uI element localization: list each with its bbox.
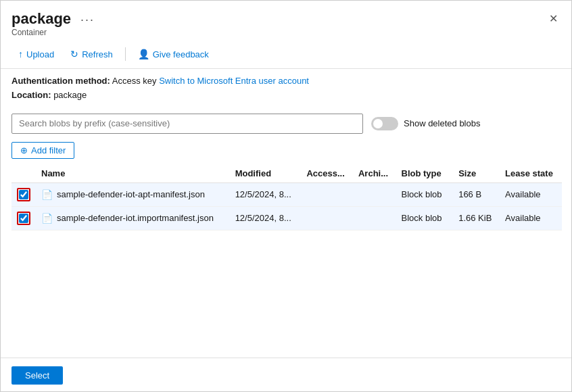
panel: package ··· ✕ Container ↑ Upload ↻ Refre… xyxy=(1,1,572,392)
toolbar: ↑ Upload ↻ Refresh 👤 Give feedback xyxy=(1,40,572,69)
file-name: sample-defender-iot.importmanifest.json xyxy=(57,213,214,223)
table-container: Name Modified Access... Archi... Blob ty… xyxy=(1,164,572,358)
refresh-label: Refresh xyxy=(82,49,113,59)
auth-value: Access key xyxy=(112,76,159,86)
file-icon: 📄 xyxy=(41,189,53,200)
feedback-label: Give feedback xyxy=(153,49,209,59)
table-row: 📄 sample-defender-iot-apt-manifest.json … xyxy=(11,182,562,206)
row-name: 📄 sample-defender-iot.importmanifest.jso… xyxy=(36,206,230,230)
upload-label: Upload xyxy=(26,49,54,59)
row-checkbox[interactable] xyxy=(19,190,28,199)
blobs-table: Name Modified Access... Archi... Blob ty… xyxy=(11,164,562,230)
panel-more-options[interactable]: ··· xyxy=(80,13,95,27)
search-input[interactable] xyxy=(11,114,363,134)
col-header-lease: Lease state xyxy=(500,164,562,183)
table-body: 📄 sample-defender-iot-apt-manifest.json … xyxy=(11,182,562,230)
row-access xyxy=(301,182,353,206)
checkbox-wrapper[interactable] xyxy=(17,188,30,201)
checkbox-wrapper[interactable] xyxy=(17,212,30,225)
refresh-button[interactable]: ↻ Refresh xyxy=(64,45,120,63)
add-filter-label: Add filter xyxy=(31,145,66,155)
col-header-select xyxy=(11,164,36,183)
col-header-size: Size xyxy=(453,164,500,183)
auth-link[interactable]: Switch to Microsoft Entra user account xyxy=(159,76,309,86)
location-line: Location: package xyxy=(11,89,562,103)
row-access xyxy=(301,206,353,230)
add-filter-button[interactable]: ⊕ Add filter xyxy=(11,142,74,159)
upload-icon: ↑ xyxy=(18,49,23,59)
search-row: Show deleted blobs xyxy=(1,108,572,139)
toolbar-divider xyxy=(125,47,126,61)
show-deleted-label: Show deleted blobs xyxy=(404,118,480,128)
col-header-archi: Archi... xyxy=(353,164,396,183)
panel-header: package ··· ✕ Container xyxy=(1,1,572,40)
refresh-icon: ↻ xyxy=(70,49,78,59)
select-button[interactable]: Select xyxy=(11,366,63,385)
upload-button[interactable]: ↑ Upload xyxy=(11,45,61,63)
panel-title: package xyxy=(11,10,71,28)
feedback-icon: 👤 xyxy=(138,49,149,59)
row-checkbox-cell[interactable] xyxy=(11,182,36,206)
auth-line: Authentication method: Access key Switch… xyxy=(11,74,562,89)
feedback-button[interactable]: 👤 Give feedback xyxy=(131,45,216,63)
row-name: 📄 sample-defender-iot-apt-manifest.json xyxy=(36,182,230,206)
col-header-access: Access... xyxy=(301,164,353,183)
add-filter-icon: ⊕ xyxy=(20,145,28,155)
row-blob-type: Block blob xyxy=(396,182,454,206)
footer: Select xyxy=(1,358,572,392)
location-label: Location: xyxy=(11,90,51,100)
row-size: 166 B xyxy=(453,182,500,206)
auth-label: Authentication method: xyxy=(11,76,110,86)
show-deleted-toggle[interactable] xyxy=(371,117,398,130)
panel-title-row: package ··· ✕ xyxy=(11,10,562,28)
row-archi xyxy=(353,182,396,206)
location-value: package xyxy=(53,90,87,100)
info-section: Authentication method: Access key Switch… xyxy=(1,69,572,108)
row-checkbox-cell[interactable] xyxy=(11,206,36,230)
panel-subtitle: Container xyxy=(11,28,562,37)
row-modified: 12/5/2024, 8... xyxy=(230,206,302,230)
row-lease-state: Available xyxy=(500,206,562,230)
col-header-name: Name xyxy=(36,164,230,183)
file-name: sample-defender-iot-apt-manifest.json xyxy=(57,189,205,199)
toggle-row: Show deleted blobs xyxy=(371,117,480,130)
row-modified: 12/5/2024, 8... xyxy=(230,182,302,206)
row-lease-state: Available xyxy=(500,182,562,206)
filter-row: ⊕ Add filter xyxy=(1,139,572,164)
col-header-modified: Modified xyxy=(230,164,302,183)
file-icon: 📄 xyxy=(41,213,53,224)
row-size: 1.66 KiB xyxy=(453,206,500,230)
row-archi xyxy=(353,206,396,230)
table-row: 📄 sample-defender-iot.importmanifest.jso… xyxy=(11,206,562,230)
row-blob-type: Block blob xyxy=(396,206,454,230)
row-checkbox[interactable] xyxy=(19,214,28,223)
table-header-row: Name Modified Access... Archi... Blob ty… xyxy=(11,164,562,183)
col-header-blobtype: Blob type xyxy=(396,164,454,183)
close-button[interactable]: ✕ xyxy=(545,12,562,26)
